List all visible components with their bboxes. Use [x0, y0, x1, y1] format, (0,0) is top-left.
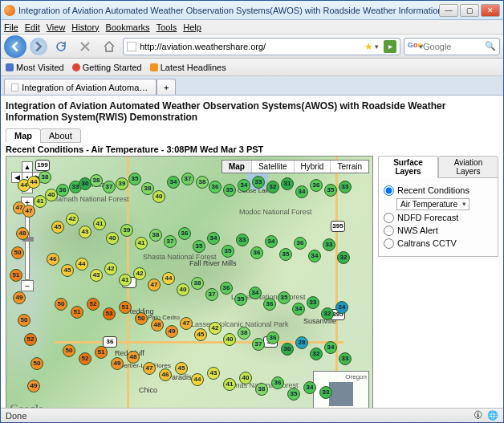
temperature-marker[interactable]: 35 — [222, 245, 234, 258]
temperature-marker[interactable]: 32 — [310, 348, 323, 360]
temperature-marker[interactable]: 36 — [209, 181, 222, 193]
temperature-marker[interactable]: 36 — [56, 184, 69, 197]
new-tab-button[interactable]: + — [156, 79, 176, 95]
temperature-marker[interactable]: 50 — [18, 314, 30, 327]
temperature-marker[interactable]: 34 — [207, 232, 220, 245]
temperature-marker[interactable]: 45 — [194, 328, 207, 341]
search-go-icon[interactable]: 🔍 — [485, 41, 496, 51]
temperature-marker[interactable]: 33 — [319, 386, 332, 399]
temperature-marker[interactable]: 40 — [152, 190, 165, 203]
temperature-marker[interactable]: 51 — [10, 269, 22, 282]
temperature-marker[interactable]: 38 — [39, 171, 51, 184]
bookmark-star-icon[interactable]: ★ — [364, 41, 373, 52]
temperature-marker[interactable]: 51 — [119, 301, 132, 314]
temperature-marker[interactable]: 30 — [281, 343, 294, 356]
temperature-marker[interactable]: 37 — [103, 181, 116, 193]
window-close-button[interactable]: ✕ — [481, 4, 500, 17]
temperature-marker[interactable]: 33 — [236, 234, 249, 246]
window-minimize-button[interactable]: — — [439, 4, 458, 17]
temperature-marker[interactable]: 43 — [207, 367, 220, 380]
menu-history[interactable]: History — [71, 22, 99, 32]
temperature-marker[interactable]: 44 — [162, 272, 175, 285]
temperature-marker[interactable]: 33 — [339, 181, 352, 193]
temperature-marker[interactable]: 53 — [103, 307, 116, 320]
temperature-marker[interactable]: 46 — [159, 368, 172, 381]
temperature-marker[interactable]: 52 — [79, 352, 91, 365]
go-button[interactable]: ▸ — [384, 40, 396, 53]
temperature-marker[interactable]: 34 — [265, 235, 278, 248]
maptype-map[interactable]: Map — [222, 161, 251, 173]
temperature-marker[interactable]: 41 — [93, 218, 106, 230]
reload-button[interactable] — [51, 36, 71, 57]
temperature-marker[interactable]: 34 — [324, 341, 337, 354]
temperature-marker[interactable]: 32 — [321, 307, 334, 320]
search-input[interactable] — [423, 42, 485, 51]
bookmark-getting-started[interactable]: Getting Started — [72, 63, 142, 72]
menu-help[interactable]: Help — [183, 22, 201, 32]
temperature-marker[interactable]: 38 — [141, 182, 154, 195]
temperature-marker[interactable]: 41 — [135, 237, 148, 250]
stop-button[interactable] — [75, 36, 96, 57]
temperature-marker[interactable]: 47 — [143, 362, 156, 375]
temperature-marker[interactable]: 43 — [90, 269, 103, 282]
temperature-marker[interactable]: 36 — [294, 237, 307, 250]
temperature-marker[interactable]: 46 — [47, 253, 59, 266]
recent-subtype-select[interactable]: Air Temperature — [396, 198, 469, 210]
temperature-marker[interactable]: 42 — [66, 213, 79, 226]
layers-tab-aviation[interactable]: Aviation Layers — [438, 156, 498, 178]
temperature-marker[interactable]: 35 — [324, 184, 337, 197]
temperature-marker[interactable]: 38 — [90, 174, 103, 187]
temperature-marker[interactable]: 35 — [223, 184, 236, 197]
temperature-marker[interactable]: 39 — [120, 224, 133, 237]
forward-button[interactable] — [30, 38, 47, 55]
temperature-marker[interactable]: 35 — [193, 240, 205, 253]
temperature-marker[interactable]: 34 — [238, 179, 250, 192]
maptype-terrain[interactable]: Terrain — [330, 161, 368, 173]
menu-view[interactable]: View — [47, 22, 66, 32]
temperature-marker[interactable]: 38 — [255, 383, 268, 396]
temperature-marker[interactable]: 48 — [127, 351, 140, 364]
temperature-marker[interactable]: 34 — [295, 185, 308, 198]
menu-file[interactable]: File — [4, 22, 18, 32]
search-bar[interactable]: Google ▾ 🔍 — [404, 38, 500, 55]
temperature-marker[interactable]: 33 — [307, 296, 319, 309]
temperature-marker[interactable]: 49 — [27, 380, 40, 392]
menu-tools[interactable]: Tools — [156, 22, 177, 32]
temperature-marker[interactable]: 34 — [249, 287, 262, 299]
maptype-hybrid[interactable]: Hybrid — [294, 161, 331, 173]
temperature-marker[interactable]: 33 — [339, 352, 352, 365]
url-dropdown-icon[interactable]: ▾ — [375, 43, 379, 51]
temperature-marker[interactable]: 41 — [119, 274, 132, 287]
temperature-marker[interactable]: 37 — [205, 288, 218, 301]
pan-up-button[interactable]: ▲ — [22, 161, 33, 173]
temperature-marker[interactable]: 42 — [133, 267, 146, 280]
temperature-marker[interactable]: 33 — [252, 176, 265, 189]
menu-edit[interactable]: Edit — [25, 22, 40, 32]
temperature-marker[interactable]: 32 — [266, 181, 279, 193]
temperature-marker[interactable]: 35 — [128, 173, 141, 185]
temperature-marker[interactable]: 31 — [281, 177, 294, 190]
url-input[interactable] — [140, 42, 364, 51]
temperature-marker[interactable]: 49 — [111, 357, 124, 370]
temperature-marker[interactable]: 48 — [151, 319, 164, 331]
temperature-marker[interactable]: 36 — [271, 376, 284, 389]
browser-tab[interactable]: Integration of Aviation Automated ... — [4, 79, 156, 95]
temperature-marker[interactable]: 49 — [13, 291, 26, 304]
temperature-marker[interactable]: 38 — [196, 176, 209, 189]
temperature-marker[interactable]: 34 — [308, 250, 321, 262]
layers-tab-surface[interactable]: Surface Layers — [378, 156, 438, 178]
temperature-marker[interactable]: 44 — [191, 373, 204, 386]
temperature-marker[interactable]: 45 — [51, 221, 64, 234]
temperature-marker[interactable]: 38 — [238, 327, 250, 340]
bookmark-most-visited[interactable]: Most Visited — [6, 63, 64, 72]
temperature-marker[interactable]: 35 — [278, 291, 291, 304]
temperature-marker[interactable]: 35 — [279, 248, 292, 261]
temperature-marker[interactable]: 36 — [220, 282, 233, 295]
temperature-marker[interactable]: 50 — [63, 344, 75, 357]
temperature-marker[interactable]: 50 — [30, 357, 43, 370]
radio-recent-conditions[interactable] — [384, 185, 394, 196]
temperature-marker[interactable]: 38 — [149, 229, 162, 242]
temperature-marker[interactable]: 40 — [106, 232, 119, 245]
tab-map[interactable]: Map — [6, 128, 41, 143]
temperature-marker[interactable]: 47 — [180, 317, 193, 330]
